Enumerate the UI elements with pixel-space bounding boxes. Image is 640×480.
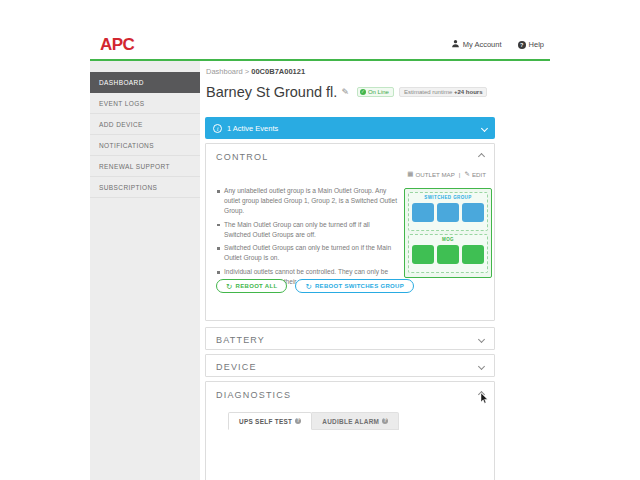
sidebar-item-add-device[interactable]: ADD DEVICE [90,114,200,135]
outlet-square[interactable] [437,203,459,222]
active-events-text: 1 Active Events [227,124,482,133]
outlet-map-label: OUTLET MAP [415,171,454,178]
control-note: The Main Outlet Group can only be turned… [216,220,398,240]
runtime-badge: Estimated runtime +24 hours [399,87,488,97]
chevron-down-icon[interactable] [478,363,485,370]
battery-section[interactable]: BATTERY [205,327,495,350]
device-section[interactable]: DEVICE [205,354,495,377]
my-account-button[interactable]: My Account [451,39,502,50]
diagnostics-header[interactable]: DIAGNOSTICS [206,382,494,408]
chevron-down-icon[interactable] [478,336,485,343]
top-bar-actions: My Account ? Help [451,39,544,50]
chevron-up-icon[interactable] [478,153,485,160]
sidebar-item-notifications[interactable]: NOTIFICATIONS [90,135,200,156]
runtime-text: Estimated runtime [404,89,454,95]
info-icon: ? [382,418,388,424]
outlet-square[interactable] [462,245,484,264]
help-icon: ? [518,41,526,49]
control-header[interactable]: CONTROL [206,144,494,170]
breadcrumb-root[interactable]: Dashboard [206,67,243,76]
diagnostics-tabs: UPS SELF TEST ? AUDIBLE ALARM ? [228,412,399,430]
breadcrumb-separator: > [245,67,249,76]
control-note: Any unlabelled outlet group is a Main Ou… [216,186,398,216]
status-label: On Line [368,89,389,95]
reboot-switches-label: REBOOT SWITCHES GROUP [315,283,404,289]
outlet-map-icon: ▦ [407,170,413,178]
control-notes-list: Any unlabelled outlet group is a Main Ou… [216,186,398,291]
chevron-up-icon[interactable] [478,391,485,398]
help-button[interactable]: ? Help [518,40,544,49]
breadcrumb: Dashboard > 00C0B7A00121 [206,67,305,76]
sidebar-item-subscriptions[interactable]: SUBSCRIPTIONS [90,177,200,198]
reboot-switches-button[interactable]: ↻ REBOOT SWITCHES GROUP [295,279,414,293]
reboot-all-label: REBOOT ALL [236,283,278,289]
app-window: APC My Account ? Help DASHBOARD EVENT LO… [90,30,550,480]
active-events-banner[interactable]: i 1 Active Events [205,117,495,139]
reboot-all-button[interactable]: ↻ REBOOT ALL [216,279,287,293]
outlet-map-link[interactable]: ▦ OUTLET MAP [407,170,455,178]
main-outlets-row [409,245,487,264]
switched-outlets-row [409,203,487,222]
control-note: Switched Outlet Groups can only be turne… [216,243,398,263]
diagnostics-title: DIAGNOSTICS [216,390,291,400]
info-icon: ? [295,418,301,424]
help-label: Help [529,40,544,49]
outlet-square[interactable] [412,203,434,222]
links-divider: | [459,171,461,178]
main-outlet-group[interactable]: MOG [408,234,488,273]
outlet-square[interactable] [437,245,459,264]
page-title: Barney St Ground fl. [206,84,337,100]
tab-ups-self-test-label: UPS SELF TEST [239,418,292,425]
status-badge: ✓ On Line [357,87,394,97]
diagnostics-section: DIAGNOSTICS UPS SELF TEST ? AUDIBLE ALAR… [205,381,495,480]
battery-title: BATTERY [216,335,265,345]
online-check-icon: ✓ [360,89,366,95]
sidebar: DASHBOARD EVENT LOGS ADD DEVICE NOTIFICA… [90,61,200,480]
chevron-down-icon[interactable] [481,124,488,131]
main-group-label: MOG [409,235,487,242]
person-icon [451,39,460,50]
device-title-row: Barney St Ground fl. ✎ ✓ On Line Estimat… [206,83,496,101]
control-section: CONTROL ▦ OUTLET MAP | ✎ EDIT Any unlabe [205,143,495,321]
sidebar-item-renewal-support[interactable]: RENEWAL SUPPORT [90,156,200,177]
outlet-square[interactable] [462,203,484,222]
outlet-map-diagram: SWITCHED GROUP MOG [404,188,492,278]
reboot-icon: ↻ [226,282,233,291]
sidebar-item-dashboard[interactable]: DASHBOARD [90,72,200,93]
page: APC My Account ? Help DASHBOARD EVENT LO… [0,0,640,480]
control-links: ▦ OUTLET MAP | ✎ EDIT [407,170,486,178]
edit-icon: ✎ [464,170,469,178]
apc-logo: APC [100,35,134,55]
edit-label: EDIT [472,171,486,178]
control-title: CONTROL [216,152,268,162]
edit-name-icon[interactable]: ✎ [341,87,349,97]
switched-group-label: SWITCHED GROUP [409,193,487,200]
my-account-label: My Account [463,40,502,49]
top-bar: APC My Account ? Help [90,30,550,59]
switched-outlet-group[interactable]: SWITCHED GROUP [408,192,488,231]
edit-link[interactable]: ✎ EDIT [464,170,486,178]
control-buttons: ↻ REBOOT ALL ↻ REBOOT SWITCHES GROUP [216,279,414,293]
info-icon: i [213,124,222,133]
tab-ups-self-test[interactable]: UPS SELF TEST ? [228,412,312,430]
tab-audible-alarm[interactable]: AUDIBLE ALARM ? [312,412,399,430]
device-title: DEVICE [216,362,257,372]
breadcrumb-device-id: 00C0B7A00121 [251,67,305,76]
outlet-square[interactable] [412,245,434,264]
sidebar-item-event-logs[interactable]: EVENT LOGS [90,93,200,114]
runtime-value: +24 hours [454,89,483,95]
tab-audible-alarm-label: AUDIBLE ALARM [322,418,379,425]
reboot-icon: ↻ [305,282,312,291]
